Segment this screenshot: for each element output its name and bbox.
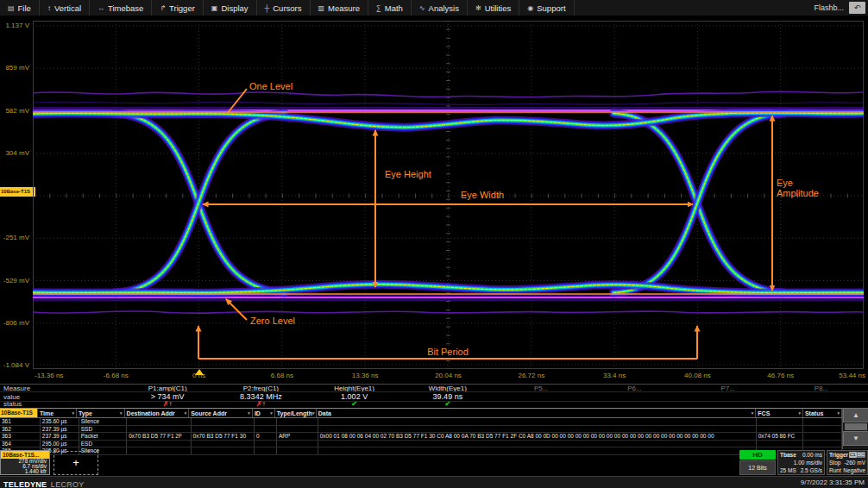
- decode-col-header-label: Source Addr: [191, 410, 227, 416]
- tbase-value: 0.00 ms: [802, 451, 822, 459]
- decode-row[interactable]: 363237.39 µsPacket0x70 B3 D5 77 F1 2F0x7…: [0, 433, 842, 441]
- pass-icon: ✔: [445, 400, 451, 408]
- menu-item-label: Timebase: [108, 3, 143, 13]
- y-axis-label: 582 mV: [0, 107, 29, 115]
- zero-level-label: Zero Level: [250, 316, 295, 326]
- trigger-descriptor-box[interactable]: Trigger C1 DC Stop -260 mV Runt Negative: [827, 450, 868, 475]
- decode-cell: [757, 441, 803, 447]
- scroll-down-icon[interactable]: ▼: [843, 431, 868, 446]
- measure-icon: ▥: [318, 4, 325, 12]
- sort-icon: ▾: [185, 410, 187, 416]
- zero-level-pointer: [226, 299, 247, 320]
- brand-lecroy: LECROY: [51, 480, 85, 488]
- menu-bar-right: Flashb... ↶: [814, 0, 868, 16]
- x-axis-label: 26.72 ns: [518, 372, 544, 379]
- brand-logo: TELEDYNE LECROY: [3, 475, 85, 488]
- hd-mode-badge[interactable]: HD: [739, 450, 776, 460]
- decode-cell: 0x00 01 08 00 06 04 00 02 70 B3 D5 77 F1…: [318, 433, 757, 440]
- decode-cell: [757, 426, 803, 433]
- decode-cell: 0x70 B3 D5 77 F1 2F: [127, 433, 191, 440]
- decode-col-header-label: Time: [40, 410, 53, 416]
- decode-col-header-label: Type/Length: [277, 410, 312, 416]
- decode-protocol-tab[interactable]: 10Base-T1S: [0, 409, 38, 417]
- sort-icon: ▾: [270, 410, 273, 416]
- flashback-icon[interactable]: ↶: [849, 2, 865, 14]
- menu-item-support[interactable]: ◉Support: [519, 0, 574, 16]
- menu-item-label: Vertical: [54, 3, 81, 13]
- decode-cell: 237.39 µs: [41, 426, 79, 433]
- decode-cell: [255, 441, 277, 447]
- x-axis-label: 20.04 ns: [435, 372, 462, 379]
- y-axis-label: 1.137 V: [0, 22, 29, 29]
- decode-table-header: 10Base-T1STime▾Type▾Destination Addr▾Sou…: [0, 409, 842, 418]
- clock: 9/7/2022 3:31:35 PM: [801, 479, 865, 486]
- trigger-time-marker-icon[interactable]: [195, 369, 204, 375]
- y-axis-label: 859 mV: [0, 64, 29, 72]
- menu-item-cursors[interactable]: ┼Cursors: [257, 0, 311, 16]
- menu-item-timebase[interactable]: ↔Timebase: [90, 0, 152, 16]
- menu-item-label: Analysis: [429, 3, 459, 13]
- decode-row[interactable]: 362237.39 µsSSD: [0, 426, 842, 434]
- decode-cell: [277, 418, 318, 425]
- cursors-icon: ┼: [265, 4, 270, 12]
- decode-cell: 361: [0, 418, 41, 425]
- decode-col-header[interactable]: Data▾: [317, 409, 757, 417]
- trace-descriptor-box[interactable]: 10Base-T1S... 278 mV/div6.7 ns/div1.440 …: [0, 450, 50, 475]
- flashback-label[interactable]: Flashb...: [814, 3, 844, 12]
- waveform-display[interactable]: One Level Zero Level Eye Height Eye Widt…: [33, 21, 864, 369]
- decode-col-header[interactable]: Source Addr▾: [189, 409, 253, 417]
- decode-row[interactable]: 361235.60 µsSilence: [0, 418, 842, 426]
- x-axis-label: -6.68 ns: [104, 372, 129, 379]
- decode-cell: 0x74 05 86 FC: [757, 433, 803, 440]
- eye-width-label: Eye Width: [461, 190, 504, 200]
- decode-col-header[interactable]: Destination Addr▾: [125, 409, 190, 417]
- menu-item-measure[interactable]: ▥Measure: [311, 0, 369, 16]
- decode-scrollbar[interactable]: ▲ ▼: [842, 408, 868, 449]
- sort-icon: ▾: [120, 410, 123, 416]
- display-icon: ▣: [211, 4, 218, 12]
- channel-tab[interactable]: 10Base-T1S: [0, 187, 35, 197]
- menu-item-label: Measure: [328, 3, 360, 13]
- decode-row[interactable]: 364295.00 µsESD: [0, 441, 842, 448]
- decode-cell: [127, 426, 191, 433]
- decode-row[interactable]: 365295.80 µsSilence: [0, 447, 842, 455]
- menu-item-label: Support: [537, 3, 565, 13]
- x-axis-label: 13.36 ns: [352, 372, 379, 379]
- scrollbar-thumb[interactable]: [845, 423, 867, 430]
- menu-item-utilities[interactable]: ✻Utilities: [468, 0, 519, 16]
- menu-item-trigger[interactable]: ↱Trigger: [152, 0, 203, 16]
- menu-bar-items: ▤File↕Vertical↔Timebase↱Trigger▣Display┼…: [0, 0, 575, 16]
- sort-icon: ▾: [312, 410, 315, 416]
- decode-col-header[interactable]: Type/Length▾: [275, 409, 317, 417]
- menu-item-math[interactable]: ∑Math: [368, 0, 412, 16]
- decode-cell: 237.39 µs: [41, 433, 79, 440]
- y-axis-label: 304 mV: [0, 149, 29, 157]
- decode-col-header-label: Destination Addr: [127, 410, 175, 416]
- trigger-coupling-badge: DC: [857, 452, 865, 458]
- decode-table-body: 361235.60 µsSilence362237.39 µsSSD363237…: [0, 418, 842, 455]
- trigger-icon: ↱: [160, 4, 166, 12]
- decode-cell: [277, 447, 318, 454]
- decode-cell: [255, 426, 277, 433]
- menu-item-vertical[interactable]: ↕Vertical: [40, 0, 90, 16]
- decode-cell: Silence: [79, 418, 127, 425]
- add-trace-button[interactable]: +: [53, 451, 98, 475]
- decode-cell: [255, 447, 277, 454]
- menu-item-file[interactable]: ▤File: [0, 0, 40, 16]
- timebase-descriptor-box[interactable]: Tbase 0.00 ms 1.00 ms/div 25 MS 2.5 GS/s: [777, 450, 825, 475]
- trigger-level: -260 mV: [844, 459, 865, 466]
- decode-col-header[interactable]: Status▾: [803, 409, 842, 417]
- decode-col-header[interactable]: Time▾: [38, 409, 77, 417]
- decode-col-header-label: Data: [318, 410, 331, 416]
- decode-col-header[interactable]: FCS▾: [756, 409, 803, 417]
- decode-cell: [318, 447, 757, 454]
- x-axis-label: 40.08 ns: [684, 372, 711, 379]
- eye-height-label: Eye Height: [385, 169, 431, 179]
- menu-item-display[interactable]: ▣Display: [204, 0, 257, 16]
- decode-table: 10Base-T1STime▾Type▾Destination Addr▾Sou…: [0, 408, 842, 450]
- x-axis-label: 33.4 ns: [603, 372, 626, 379]
- decode-col-header[interactable]: Type▾: [77, 409, 125, 417]
- scroll-up-icon[interactable]: ▲: [843, 408, 868, 422]
- menu-item-analysis[interactable]: ∿Analysis: [412, 0, 468, 16]
- decode-col-header[interactable]: ID▾: [253, 409, 275, 417]
